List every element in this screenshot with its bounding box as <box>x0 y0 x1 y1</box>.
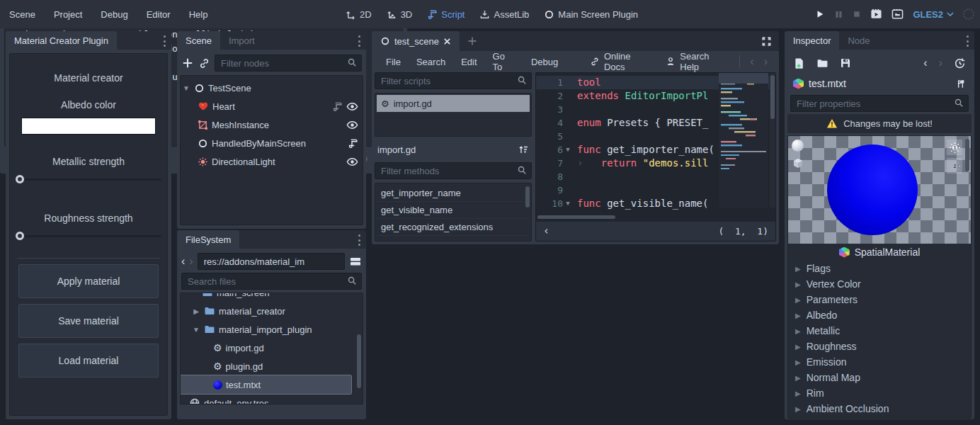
filter-properties-input[interactable] <box>790 95 969 112</box>
current-path-input[interactable] <box>198 253 345 270</box>
script-menu-debug[interactable]: Debug <box>524 57 565 67</box>
play-scene-button[interactable] <box>870 8 882 20</box>
online-docs-button[interactable]: Online Docs <box>583 51 657 72</box>
script-menu-search[interactable]: Search <box>409 57 452 67</box>
slider-grabber[interactable] <box>16 175 24 183</box>
property-group-ambient-occlusion[interactable]: ▶Ambient Occlusion <box>788 401 971 416</box>
workspace-assetlib-button[interactable]: AssetLib <box>475 9 533 20</box>
editor-horizontal-scrollbar[interactable] <box>536 215 713 220</box>
menu-help[interactable]: Help <box>180 9 217 20</box>
tree-row-testscene[interactable]: ▼ TestScene <box>182 79 361 97</box>
preview-box-toggle[interactable] <box>792 157 806 171</box>
new-tab-icon[interactable] <box>467 35 478 47</box>
property-group-rim[interactable]: ▶Rim <box>788 385 971 401</box>
filter-nodes-input[interactable] <box>215 55 362 72</box>
sort-methods-icon[interactable] <box>518 144 529 155</box>
search-files-input[interactable] <box>181 273 362 290</box>
history-forward-button[interactable]: › <box>189 256 193 267</box>
property-group-vertex-color[interactable]: ▶Vertex Color <box>788 276 971 292</box>
pause-button[interactable] <box>834 10 843 19</box>
property-group-albedo[interactable]: ▶Albedo <box>788 307 971 323</box>
preview-light-2-toggle[interactable]: 2 <box>947 158 962 174</box>
menu-project[interactable]: Project <box>45 9 91 20</box>
load-resource-folder-icon[interactable] <box>816 57 828 69</box>
fs-row-material-import-plugin[interactable]: ▼ material_import_plugin <box>181 320 363 339</box>
renderer-dropdown[interactable]: GLES2 <box>913 9 954 20</box>
history-back-button[interactable]: ‹ <box>181 256 185 267</box>
fs-row-default-env[interactable]: default_env.tres <box>181 394 363 404</box>
tree-row-directionallight[interactable]: DirectionalLight <box>182 152 361 171</box>
preview-light-1-toggle[interactable]: 1 <box>947 140 962 155</box>
visibility-eye-icon[interactable] <box>346 101 358 113</box>
property-group-roughness[interactable]: ▶Roughness <box>788 339 971 354</box>
save-material-button[interactable]: Save material <box>18 304 159 338</box>
code-editor[interactable]: 1tool 2extends EditorImportPl 3 4enum Pr… <box>535 72 776 242</box>
update-spinner-icon[interactable] <box>963 8 974 20</box>
dock-menu-icon[interactable] <box>358 234 360 246</box>
extra-resource-options-icon[interactable] <box>955 79 966 89</box>
material-type-row[interactable]: SpatialMaterial <box>788 244 971 261</box>
workspace-2d-button[interactable]: 2D <box>341 9 376 20</box>
distraction-free-icon[interactable] <box>761 36 772 47</box>
fs-row-import-gd[interactable]: ⚙ import.gd <box>181 339 363 357</box>
property-group-flags[interactable]: ▶Flags <box>788 261 971 276</box>
editor-vertical-scrollbar[interactable] <box>770 73 775 208</box>
object-history-icon[interactable] <box>954 57 966 69</box>
workspace-main-screen-plugin-button[interactable]: Main Screen Plugin <box>540 9 642 20</box>
search-help-button[interactable]: Search Help <box>659 51 734 72</box>
script-menu-edit[interactable]: Edit <box>454 57 484 67</box>
tab-inspector[interactable]: Inspector <box>785 31 839 50</box>
tab-import[interactable]: Import <box>220 31 263 50</box>
workspace-3d-button[interactable]: 3D <box>382 9 417 20</box>
collapse-scripts-panel-icon[interactable]: ‹ <box>543 226 549 237</box>
split-mode-button[interactable] <box>349 256 362 267</box>
method-item[interactable]: get_importer_name <box>377 185 530 202</box>
tab-scene[interactable]: Scene <box>177 31 220 50</box>
filter-methods-input[interactable] <box>375 162 532 179</box>
inspector-history-back[interactable]: ‹ <box>923 57 927 69</box>
tree-row-heart[interactable]: Heart <box>182 97 361 115</box>
method-item[interactable]: get_recognized_extensions <box>377 219 530 236</box>
script-menu-goto[interactable]: Go To <box>486 51 523 72</box>
dock-menu-icon[interactable] <box>966 35 969 47</box>
dock-menu-icon[interactable] <box>358 35 360 47</box>
tab-test-scene[interactable]: test_scene <box>372 31 460 51</box>
fold-icon[interactable]: ▼ <box>563 143 573 157</box>
play-custom-scene-button[interactable] <box>891 8 904 20</box>
menu-debug[interactable]: Debug <box>91 9 137 20</box>
inspector-scrollbar[interactable] <box>965 139 969 171</box>
property-group-parameters[interactable]: ▶Parameters <box>788 292 971 307</box>
filter-scripts-input[interactable] <box>375 72 532 89</box>
expand-icon[interactable]: ▶ <box>192 307 200 315</box>
workspace-script-button[interactable]: Script <box>423 9 469 20</box>
script-history-forward[interactable]: › <box>760 56 772 67</box>
tab-material-creator-plugin[interactable]: Material Creator Plugin <box>6 31 117 50</box>
methods-scrollbar[interactable] <box>525 186 530 208</box>
stop-button[interactable] <box>853 10 861 18</box>
edited-resource-row[interactable]: test.mtxt <box>787 74 972 94</box>
filesystem-scrollbar[interactable] <box>357 334 361 388</box>
albedo-color-picker[interactable] <box>21 118 156 135</box>
fs-row-main-screen[interactable]: main_screen <box>181 293 363 302</box>
fold-icon[interactable]: ▼ <box>563 197 573 210</box>
new-resource-icon[interactable] <box>793 57 805 69</box>
tab-filesystem[interactable]: FileSystem <box>177 230 239 249</box>
tree-row-handledbymainscreen[interactable]: HandledByMainScreen <box>182 134 361 152</box>
visibility-eye-icon[interactable] <box>346 119 358 131</box>
metallic-strength-slider[interactable] <box>16 174 161 184</box>
script-badge-icon[interactable] <box>348 138 358 149</box>
visibility-eye-icon[interactable] <box>346 156 358 168</box>
roughness-strength-slider[interactable] <box>16 231 161 241</box>
fs-row-material-creator[interactable]: ▶ material_creator <box>181 302 363 320</box>
fs-row-plugin-gd[interactable]: ⚙ plugin.gd <box>181 357 363 375</box>
script-badge-icon[interactable] <box>332 101 343 112</box>
apply-material-button[interactable]: Apply material <box>18 264 159 298</box>
script-history-back[interactable]: ‹ <box>746 56 758 67</box>
dock-menu-icon[interactable] <box>163 35 166 47</box>
instance-scene-button[interactable] <box>198 57 210 69</box>
inspector-history-forward[interactable]: › <box>939 57 942 69</box>
script-item-import-gd[interactable]: ⚙ import.gd <box>377 95 530 112</box>
fs-row-test-mtxt-selected[interactable]: test.mtxt <box>181 375 351 394</box>
script-menu-file[interactable]: File <box>379 57 408 67</box>
property-group-emission[interactable]: ▶Emission <box>788 354 971 370</box>
